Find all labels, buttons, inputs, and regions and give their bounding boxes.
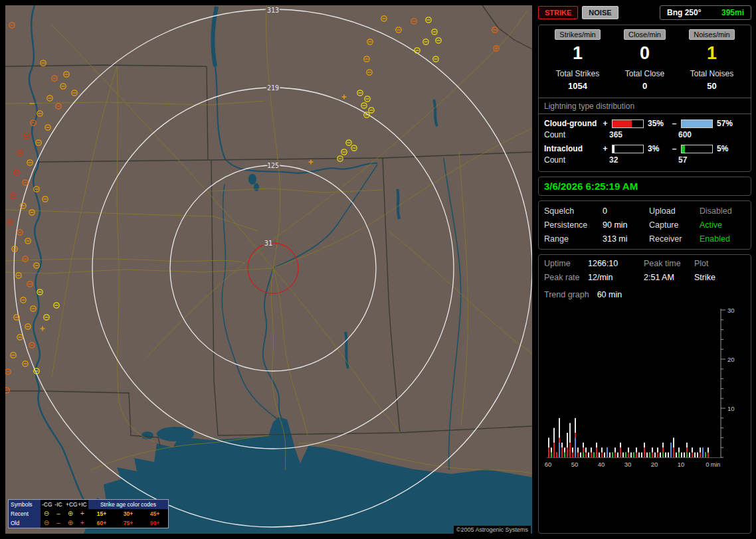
svg-text:30: 30 xyxy=(624,461,632,468)
cloud-ground-label: Cloud-ground xyxy=(544,119,601,128)
capture-status: Active xyxy=(700,220,745,230)
bearing-range-display: Bng 250° 395mi xyxy=(660,5,751,20)
peak-rate-label: Peak rate xyxy=(544,273,588,282)
plus-ic-icon: + xyxy=(76,518,88,528)
cg-negative-percent: 57% xyxy=(715,119,739,128)
lightning-map[interactable]: 31321912531 xyxy=(5,5,532,534)
legend-col-mic: -IC xyxy=(52,500,64,509)
range-label: Range xyxy=(544,234,603,244)
peak-rate-value: 12/min xyxy=(588,273,644,282)
svg-text:min: min xyxy=(711,461,721,468)
topbar: STRIKE NOISE Bng 250° 395mi xyxy=(538,5,751,20)
peak-time-value: 2:51 AM xyxy=(644,273,694,282)
close-per-min-button[interactable]: Close/min xyxy=(624,29,666,40)
plot-label: Plot xyxy=(694,259,745,268)
count-label: Count xyxy=(544,155,609,165)
svg-text:60: 60 xyxy=(545,461,552,468)
ic-negative-percent: 5% xyxy=(715,144,739,153)
upload-label: Upload xyxy=(649,206,700,216)
intracloud-row: Intracloud + 3% – 5% xyxy=(544,144,745,153)
total-close-label: Total Close xyxy=(611,69,678,78)
svg-text:10: 10 xyxy=(678,461,685,468)
ic-positive-percent: 3% xyxy=(646,144,670,153)
trend-graph-label: Trend graph xyxy=(544,290,589,299)
strike-button[interactable]: STRIKE xyxy=(538,6,578,19)
svg-text:219: 219 xyxy=(267,84,279,92)
squelch-value: 0 xyxy=(603,206,649,216)
svg-text:40: 40 xyxy=(598,461,605,468)
noises-per-min-value: 1 xyxy=(678,43,745,64)
legend-symbols-header: Symbols xyxy=(9,500,41,509)
session-info-grid: Uptime 1266:10 Peak time Plot Peak rate … xyxy=(544,259,745,282)
plot-value: Strike xyxy=(694,273,745,282)
trend-graph-span: 60 min xyxy=(597,290,622,299)
map-legend: Symbols -CG -IC +CG +IC Strike age color… xyxy=(8,499,169,528)
plus-cg-icon: ⊕ xyxy=(64,509,76,518)
cloud-ground-counts: Count 365 600 xyxy=(544,130,745,139)
cg-positive-bar xyxy=(612,119,644,128)
svg-text:20: 20 xyxy=(651,461,658,468)
datetime-display: 3/6/2026 6:25:19 AM xyxy=(538,177,751,196)
cloud-ground-row: Cloud-ground + 35% – 57% xyxy=(544,119,745,128)
trend-graph: 1020306050403020100min xyxy=(544,305,745,471)
close-per-min-value: 0 xyxy=(611,43,678,64)
distribution-title: Lightning type distribution xyxy=(539,98,751,114)
age-30: 30+ xyxy=(115,509,142,518)
plus-ic-icon: + xyxy=(76,509,88,518)
svg-text:20: 20 xyxy=(727,356,735,363)
noises-rate-column: Noises/min 1 Total Noises 50 xyxy=(678,29,745,91)
session-info-box: Uptime 1266:10 Peak time Plot Peak rate … xyxy=(538,254,751,534)
cg-negative-bar xyxy=(681,119,713,128)
ic-positive-bar xyxy=(612,145,644,153)
total-strikes-label: Total Strikes xyxy=(544,69,611,78)
plus-sign: + xyxy=(601,119,609,128)
noise-button[interactable]: NOISE xyxy=(582,6,618,19)
bearing-value: Bng 250° xyxy=(667,8,701,17)
rates-grid: Strikes/min 1 Total Strikes 1054 Close/m… xyxy=(544,29,745,91)
settings-box: Squelch 0 Upload Disabled Persistence 90… xyxy=(538,200,751,250)
age-60: 60+ xyxy=(88,518,115,528)
minus-sign: – xyxy=(670,119,678,128)
svg-text:31: 31 xyxy=(264,240,272,247)
minus-sign: – xyxy=(670,144,678,153)
persistence-label: Persistence xyxy=(544,220,603,230)
copyright-text: ©2005 Astrogenic Systems xyxy=(454,526,531,534)
legend-col-pcg: +CG xyxy=(64,500,76,509)
ic-negative-count: 57 xyxy=(678,155,687,165)
plus-cg-icon: ⊕ xyxy=(64,518,76,528)
count-label: Count xyxy=(544,130,609,139)
receiver-label: Receiver xyxy=(649,234,700,244)
age-90: 90+ xyxy=(142,518,168,528)
legend-row-old-label: Old xyxy=(9,518,41,528)
legend-col-pic: +IC xyxy=(76,500,88,509)
age-15: 15+ xyxy=(88,509,115,518)
plus-sign: + xyxy=(601,144,609,153)
trend-graph-header: Trend graph 60 min xyxy=(544,290,745,299)
legend-age-title: Strike age color codes xyxy=(88,500,168,509)
range-distance-value: 395mi xyxy=(721,8,744,17)
peak-time-label: Peak time xyxy=(644,259,694,268)
svg-text:0: 0 xyxy=(706,461,709,468)
legend-col-mcg: -CG xyxy=(41,500,52,509)
legend-row-recent-label: Recent xyxy=(9,509,41,518)
strikes-per-min-button[interactable]: Strikes/min xyxy=(555,29,600,40)
noises-per-min-button[interactable]: Noises/min xyxy=(689,29,734,40)
range-value: 313 mi xyxy=(603,234,649,244)
svg-text:313: 313 xyxy=(267,7,279,14)
ic-negative-bar xyxy=(681,145,713,153)
uptime-value: 1266:10 xyxy=(588,259,644,268)
minus-ic-icon: – xyxy=(52,509,64,518)
persistence-value: 90 min xyxy=(603,220,649,230)
uptime-label: Uptime xyxy=(544,259,588,268)
minus-cg-icon: ⊖ xyxy=(41,509,52,518)
intracloud-label: Intracloud xyxy=(544,144,601,153)
minus-ic-icon: – xyxy=(52,518,64,528)
total-noises-label: Total Noises xyxy=(678,69,745,78)
map-area: 31321912531 Symbols -CG -IC +CG +IC Stri… xyxy=(5,5,532,534)
svg-text:10: 10 xyxy=(727,405,735,412)
strikes-rate-column: Strikes/min 1 Total Strikes 1054 xyxy=(544,29,611,91)
total-close-value: 0 xyxy=(611,81,678,91)
receiver-status: Enabled xyxy=(700,234,745,244)
control-panel: STRIKE NOISE Bng 250° 395mi Strikes/min … xyxy=(538,5,751,534)
upload-status: Disabled xyxy=(700,206,745,216)
